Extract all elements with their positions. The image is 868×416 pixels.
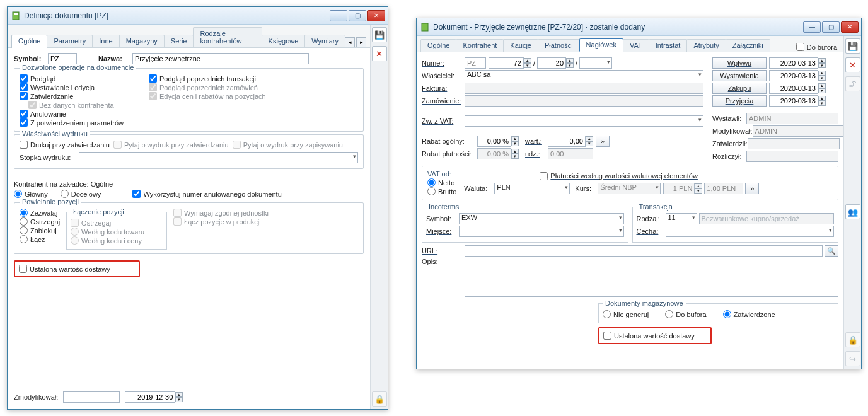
zwvat-select[interactable]: [465, 115, 703, 127]
zamowienie-label: Zamówienie:: [422, 97, 465, 105]
btn-przyj[interactable]: Przyjęcia: [712, 95, 767, 107]
min-button[interactable]: —: [330, 10, 347, 21]
mod-label: Zmodyfikował:: [14, 393, 58, 401]
ops-legend: Dozwolone operacje na dokumencie: [20, 64, 136, 71]
waluta-select[interactable]: PLN: [494, 183, 570, 194]
opis-field[interactable]: [465, 258, 838, 297]
btn-wyst[interactable]: Wystawienia: [712, 70, 767, 81]
radio-lacz-kod-cena: [71, 236, 79, 245]
chk-wykorzystuj[interactable]: [132, 190, 141, 198]
radio-nie-generuj[interactable]: [603, 310, 611, 318]
udz: [548, 148, 593, 159]
tab-kontrahent[interactable]: Kontrahent: [456, 39, 504, 52]
date-wplywu[interactable]: [769, 57, 818, 69]
chk-do-bufora[interactable]: [796, 43, 804, 51]
tab-naglowek[interactable]: Nagłówek: [579, 38, 623, 52]
radio-glowny[interactable]: [14, 190, 22, 198]
chk-platnosci-wg[interactable]: [540, 172, 548, 180]
radio-do-bufora[interactable]: [665, 310, 673, 318]
rodzaj-label: Rodzaj:: [637, 215, 666, 222]
chk-wyst[interactable]: [20, 83, 28, 91]
max-button[interactable]: ▢: [822, 21, 840, 33]
numer-a[interactable]: [489, 57, 524, 69]
chk-podg-trans[interactable]: [149, 74, 157, 83]
save-icon[interactable]: 💾: [845, 38, 860, 54]
min-button[interactable]: —: [803, 21, 821, 33]
chk-lacz-ostrzegaj: [71, 219, 79, 227]
tab-scroll-left[interactable]: ◂: [345, 37, 355, 47]
wart[interactable]: [548, 136, 586, 147]
rodzaj-select[interactable]: 11: [666, 213, 697, 224]
close-button[interactable]: ✕: [841, 21, 859, 33]
chk-zatw[interactable]: [20, 92, 28, 100]
spin-down[interactable]: ▾: [175, 397, 183, 402]
kurs-apply-button[interactable]: »: [745, 183, 759, 194]
radio-brutto[interactable]: [427, 187, 436, 195]
radio-zatwierdzone[interactable]: [723, 310, 731, 318]
spin-up[interactable]: ▴: [175, 392, 183, 397]
tab-wymiary[interactable]: Wymiary: [304, 35, 345, 47]
tab-serie[interactable]: Serie: [164, 35, 194, 47]
udz-label: udz.:: [525, 150, 548, 158]
chk-podglad[interactable]: [20, 74, 28, 83]
tab-inne[interactable]: Inne: [92, 35, 119, 47]
btn-wplywu[interactable]: Wpływu: [712, 57, 767, 69]
tab-scroll-right[interactable]: ▸: [356, 37, 366, 47]
date-przyj[interactable]: [769, 95, 818, 107]
cancel-icon[interactable]: ✕: [372, 46, 387, 61]
radio-lacz-kod: [71, 228, 79, 236]
rabat-og[interactable]: [477, 136, 511, 147]
chk-ustalona-dostawa-r[interactable]: [603, 332, 611, 340]
chk-edycja-cen: [149, 92, 157, 100]
numer-label: Numer:: [422, 59, 465, 67]
date-zakupu[interactable]: [769, 83, 818, 94]
radio-ostrzegaj[interactable]: [20, 217, 28, 226]
lock-icon: 🔒: [845, 332, 860, 347]
chk-ustalona-dostawa[interactable]: [19, 265, 27, 273]
tab-intrastat[interactable]: Intrastat: [649, 39, 688, 52]
tab-kaucje[interactable]: Kaucje: [503, 39, 538, 52]
users-icon[interactable]: 👥: [845, 204, 860, 219]
tab-ogolne[interactable]: Ogólne: [11, 35, 47, 48]
url-browse-button[interactable]: 🔍: [825, 245, 838, 257]
radio-zezwalaj[interactable]: [20, 209, 28, 217]
tab-zalaczniki[interactable]: Załączniki: [726, 39, 770, 52]
radio-lacz[interactable]: [20, 235, 28, 243]
close-button[interactable]: ✕: [367, 10, 385, 21]
numer-b[interactable]: [537, 57, 566, 69]
wart-apply-button[interactable]: »: [596, 136, 610, 147]
tab-parametry[interactable]: Parametry: [47, 35, 93, 47]
modyfikowal: [753, 125, 843, 137]
nazwa-field[interactable]: [132, 53, 309, 64]
chk-potw[interactable]: [20, 118, 28, 127]
incoterms-symbol[interactable]: EXW: [459, 213, 624, 224]
url-field[interactable]: [465, 245, 823, 257]
mod-user: [63, 391, 120, 403]
tab-rodzaje[interactable]: Rodzaje kontrahentów: [193, 27, 262, 47]
save-icon[interactable]: 💾: [372, 27, 387, 42]
cecha-select[interactable]: [666, 226, 835, 237]
numer-c-select[interactable]: [579, 57, 612, 69]
tab-platnosci[interactable]: Płatności: [538, 39, 580, 52]
chk-pytaj-zatw: [113, 141, 122, 149]
tab-vat[interactable]: VAT: [623, 39, 649, 52]
cancel-icon[interactable]: ✕: [845, 57, 860, 72]
miejsce-select[interactable]: [459, 226, 624, 237]
date-wyst[interactable]: [769, 70, 818, 81]
radio-zablokuj[interactable]: [20, 226, 28, 234]
btn-zakupu[interactable]: Zakupu: [712, 83, 767, 94]
stopka-select[interactable]: [79, 152, 358, 163]
mod-date[interactable]: [125, 391, 175, 403]
chk-anul[interactable]: [20, 110, 28, 118]
max-button[interactable]: ▢: [349, 10, 366, 21]
chk-drukuj[interactable]: [20, 141, 28, 149]
symbol-field[interactable]: [48, 53, 77, 64]
nazwa-label: Nazwa:: [98, 55, 130, 62]
wlasciciel-select[interactable]: ABC sa: [465, 70, 703, 81]
tab-magazyny[interactable]: Magazyny: [119, 35, 165, 47]
tab-atrybuty[interactable]: Atrybuty: [686, 39, 726, 52]
tab-ogolne[interactable]: Ogólne: [420, 39, 456, 52]
tab-ksiegowe[interactable]: Księgowe: [262, 35, 306, 47]
radio-docelowy[interactable]: [61, 190, 69, 198]
radio-netto[interactable]: [427, 178, 436, 187]
